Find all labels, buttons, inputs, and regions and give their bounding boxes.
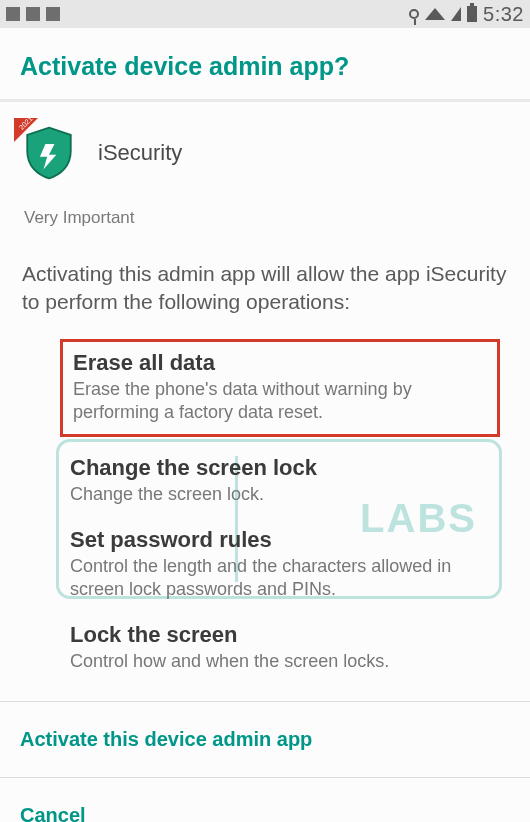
operation-title: Set password rules <box>70 527 500 553</box>
notification-icon <box>26 7 40 21</box>
page-title: Activate device admin app? <box>20 52 510 81</box>
location-icon <box>409 9 419 19</box>
operation-erase-data: Erase all data Erase the phone's data wi… <box>60 339 500 438</box>
operation-change-lock: Change the screen lock Change the screen… <box>0 445 530 516</box>
operation-desc: Control how and when the screen locks. <box>70 650 500 673</box>
operation-title: Change the screen lock <box>70 455 500 481</box>
operation-desc: Change the screen lock. <box>70 483 500 506</box>
operation-title: Lock the screen <box>70 622 500 648</box>
signal-icon <box>451 7 461 21</box>
importance-label: Very Important <box>0 192 530 238</box>
activate-button[interactable]: Activate this device admin app <box>0 702 530 777</box>
operation-desc: Control the length and the characters al… <box>70 555 500 602</box>
cancel-button[interactable]: Cancel <box>0 778 530 822</box>
status-left-icons <box>6 7 60 21</box>
operation-lock-screen: Lock the screen Control how and when the… <box>0 612 530 683</box>
operations-list: LABS Erase all data Erase the phone's da… <box>0 331 530 701</box>
page-header: Activate device admin app? <box>0 28 530 99</box>
status-bar: 5:32 <box>0 0 530 28</box>
app-row: 2021 iSecurity <box>0 102 530 192</box>
status-right: 5:32 <box>409 3 524 26</box>
status-time: 5:32 <box>483 3 524 26</box>
notification-icon <box>6 7 20 21</box>
battery-icon <box>467 6 477 22</box>
operation-password-rules: Set password rules Control the length an… <box>0 517 530 612</box>
ribbon-badge-icon: 2021 <box>14 118 44 148</box>
wifi-icon <box>425 8 445 20</box>
intro-text: Activating this admin app will allow the… <box>0 238 530 331</box>
app-name: iSecurity <box>98 140 182 166</box>
operation-desc: Erase the phone's data without warning b… <box>73 378 487 425</box>
operation-title: Erase all data <box>73 350 487 376</box>
notification-icon <box>46 7 60 21</box>
app-icon: 2021 <box>20 124 78 182</box>
